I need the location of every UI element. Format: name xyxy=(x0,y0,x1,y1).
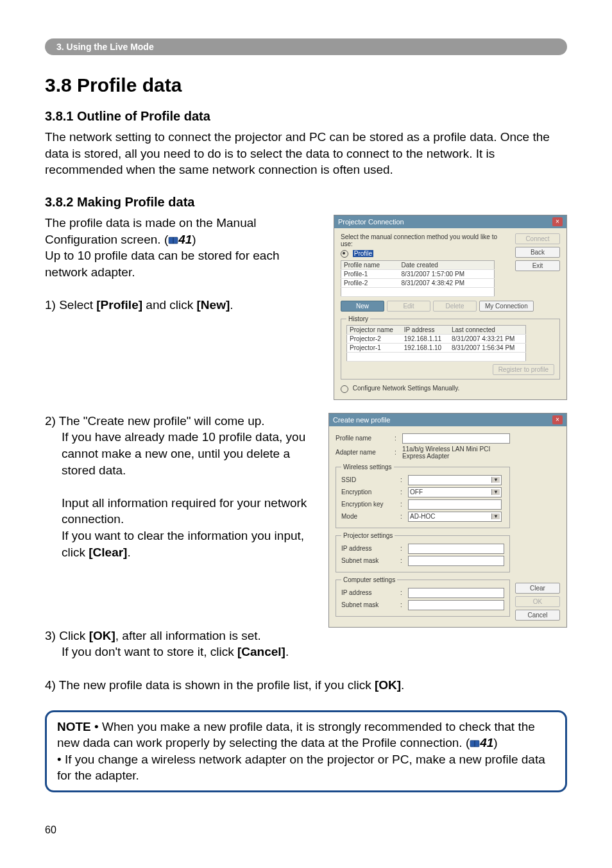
text: Input all information required for your … xyxy=(62,496,307,526)
label: Mode xyxy=(341,513,396,520)
label: Encryption xyxy=(341,488,396,496)
chevron-down-icon: ▼ xyxy=(491,489,500,495)
table-row[interactable]: Profile-28/31/2007 4:38:42 PM xyxy=(341,279,495,288)
cell: Profile-2 xyxy=(341,279,399,288)
register-button[interactable]: Register to profile xyxy=(493,364,554,375)
label: Subnet mask xyxy=(341,557,396,564)
projector-subnet-input[interactable] xyxy=(408,556,504,566)
step-1: 1) Select [Profile] and click [New]. xyxy=(45,297,322,313)
text: ) xyxy=(493,736,497,749)
label: SSID xyxy=(341,476,396,483)
label: IP address xyxy=(341,589,396,596)
subsection-381-title: 3.8.1 Outline of Profile data xyxy=(45,109,567,124)
section-title: 3.8 Profile data xyxy=(45,74,567,96)
label: Subnet mask xyxy=(341,601,396,608)
adapter-value: 11a/b/g Wireless LAN Mini PCI Express Ad… xyxy=(402,446,510,460)
bold: [OK] xyxy=(375,678,401,692)
value: AD-HOC xyxy=(410,513,435,520)
label: Profile name xyxy=(336,435,391,442)
label: IP address xyxy=(341,545,396,552)
my-connection-button[interactable]: My Connection xyxy=(479,301,534,312)
table-row[interactable]: Projector-2192.168.1.118/31/2007 4:33:21… xyxy=(347,335,526,344)
delete-button[interactable]: Delete xyxy=(433,301,477,312)
projector-ip-input[interactable] xyxy=(408,544,504,554)
profile-radio-label: Profile xyxy=(353,250,373,257)
legend: Computer settings xyxy=(341,576,397,583)
subsection-382-title: 3.8.2 Making Profile data xyxy=(45,195,567,210)
bold: [New] xyxy=(197,298,230,312)
text: • When you make a new profile data, it i… xyxy=(57,720,535,750)
cell: 192.168.1.10 xyxy=(402,344,449,353)
close-icon[interactable]: × xyxy=(552,415,563,424)
manual-config-radio[interactable] xyxy=(341,385,348,393)
bold: [Clear] xyxy=(89,546,127,559)
profile-table: Profile nameDate created Profile-18/31/2… xyxy=(341,260,495,297)
text: and click xyxy=(142,298,196,312)
text: • If you change a wireless network adapt… xyxy=(57,753,545,783)
cell: 8/31/2007 1:56:34 PM xyxy=(449,344,526,353)
mode-select[interactable]: AD-HOC▼ xyxy=(408,512,502,522)
table-row[interactable]: Projector-1192.168.1.108/31/2007 1:56:34… xyxy=(347,344,526,353)
projector-connection-dialog: Projector Connection × Connect Back Exit… xyxy=(334,215,567,400)
legend: History xyxy=(346,315,370,322)
col-header: Date created xyxy=(399,261,495,270)
clear-button[interactable]: Clear xyxy=(515,583,560,594)
step-2: 2) The "Create new profile" will come up… xyxy=(45,413,317,561)
dialog-title-text: Projector Connection xyxy=(338,218,404,226)
ssid-select[interactable]: ▼ xyxy=(408,475,502,485)
connect-button[interactable]: Connect xyxy=(515,233,560,244)
computer-ip-input[interactable] xyxy=(408,588,504,598)
back-button[interactable]: Back xyxy=(515,247,560,258)
computer-subnet-input[interactable] xyxy=(408,600,504,610)
new-button[interactable]: New xyxy=(341,301,384,312)
text: If you have already made 10 profile data… xyxy=(62,430,305,476)
cell: 192.168.1.11 xyxy=(402,335,449,344)
text: Up to 10 profile data can be stored for … xyxy=(45,249,279,279)
note-box: NOTE • When you make a new profile data,… xyxy=(45,710,567,793)
manual-config-label: Configure Network Settings Manually. xyxy=(353,385,460,392)
cell: Profile-1 xyxy=(341,270,399,279)
exit-button[interactable]: Exit xyxy=(515,260,560,271)
making-profile-intro: The profile data is made on the Manual C… xyxy=(45,215,322,281)
col-header: Profile name xyxy=(341,261,399,270)
wireless-settings-group: Wireless settings SSID:▼ Encryption:OFF▼… xyxy=(336,463,510,528)
text: 1) Select xyxy=(45,298,96,312)
text: . xyxy=(401,678,404,692)
chevron-down-icon: ▼ xyxy=(491,513,500,519)
book-icon xyxy=(168,237,178,244)
label: Adapter name xyxy=(336,449,391,456)
text: ) xyxy=(192,233,196,246)
chevron-down-icon: ▼ xyxy=(491,477,500,483)
subsection-381-body: The network setting to connect the proje… xyxy=(45,129,567,178)
table-row[interactable]: Profile-18/31/2007 1:57:00 PM xyxy=(341,270,495,279)
cell: Projector-2 xyxy=(347,335,402,344)
bold: [Profile] xyxy=(96,298,142,312)
col-header: Projector name xyxy=(347,326,402,335)
legend: Wireless settings xyxy=(341,463,394,471)
cell: 8/31/2007 4:38:42 PM xyxy=(399,279,495,288)
label: Encryption key xyxy=(341,501,396,508)
profile-radio[interactable] xyxy=(341,250,348,258)
edit-button[interactable]: Edit xyxy=(387,301,430,312)
book-icon xyxy=(470,740,480,747)
dialog-titlebar: Projector Connection × xyxy=(334,215,566,228)
encryption-select[interactable]: OFF▼ xyxy=(408,487,502,497)
ok-button[interactable]: OK xyxy=(515,596,560,607)
text: . xyxy=(127,546,130,559)
cell: 8/31/2007 1:57:00 PM xyxy=(399,270,495,279)
profile-name-input[interactable] xyxy=(402,433,510,444)
bold: [OK] xyxy=(89,629,115,642)
value: OFF xyxy=(410,488,423,496)
computer-settings-group: Computer settings IP address: Subnet mas… xyxy=(336,576,510,617)
dialog-title-text: Create new profile xyxy=(333,416,390,424)
text: 4) The new profile data is shown in the … xyxy=(45,678,375,692)
cell: Projector-1 xyxy=(347,344,402,353)
text: 2) The "Create new profile" will come up… xyxy=(45,414,265,428)
projector-settings-group: Projector settings IP address: Subnet ma… xyxy=(336,532,510,572)
create-new-profile-dialog: Create new profile × Profile name: Adapt… xyxy=(328,413,567,628)
cancel-button[interactable]: Cancel xyxy=(515,610,560,621)
step-3: 3) Click [OK], after all information is … xyxy=(45,628,567,660)
encryption-key-input[interactable] xyxy=(408,499,502,510)
close-icon[interactable]: × xyxy=(552,217,563,226)
cell: 8/31/2007 4:33:21 PM xyxy=(449,335,526,344)
